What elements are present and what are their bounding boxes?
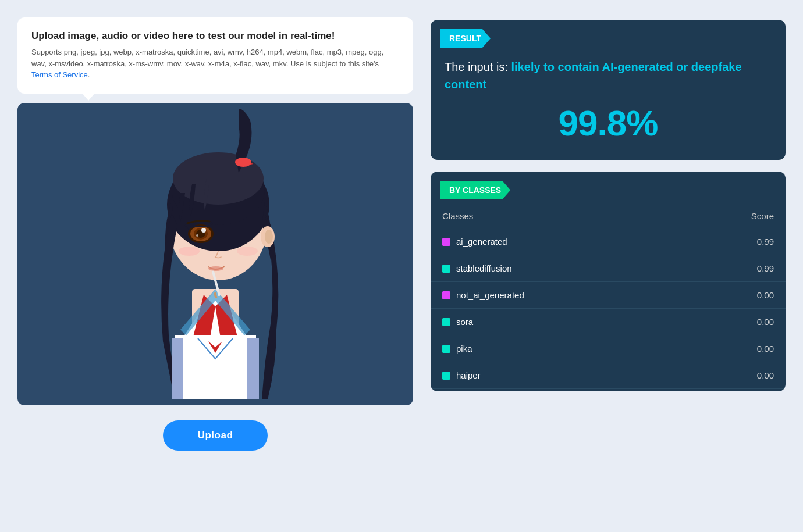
class-name-label: haiper	[456, 370, 481, 380]
classes-table-wrapper[interactable]: Classes Score ai_generated0.99stablediff…	[431, 205, 786, 389]
class-name-label: not_ai_generated	[456, 290, 524, 300]
table-row: ai_generated0.99	[431, 228, 786, 255]
class-color-dot	[442, 345, 450, 353]
classes-card: BY CLASSES Classes Score ai_generated0.9…	[431, 172, 786, 391]
svg-point-22	[237, 247, 258, 256]
left-panel: Upload image, audio or video here to tes…	[17, 17, 413, 456]
upload-info-box: Upload image, audio or video here to tes…	[17, 17, 413, 94]
class-score-value: 0.99	[677, 255, 786, 282]
class-color-dot	[442, 318, 450, 326]
result-text: The input is: likely to contain AI-gener…	[445, 58, 772, 93]
classes-column-header: Classes	[431, 205, 677, 228]
svg-point-17	[196, 234, 198, 237]
class-name-cell: pika	[431, 335, 677, 362]
result-percentage: 99.8%	[445, 102, 772, 144]
tos-link[interactable]: Terms of Service	[31, 70, 88, 79]
result-tag: RESULT	[440, 29, 491, 48]
result-card: RESULT The input is: likely to contain A…	[431, 20, 786, 160]
svg-rect-26	[172, 338, 183, 399]
class-color-dot	[442, 265, 450, 273]
svg-point-16	[201, 228, 206, 233]
svg-point-21	[179, 247, 200, 256]
class-color-dot	[442, 372, 450, 380]
upload-description: Supports png, jpeg, jpg, webp, x-matrosk…	[31, 47, 399, 81]
upload-title: Upload image, audio or video here to tes…	[31, 30, 399, 42]
class-color-dot	[442, 238, 450, 246]
class-score-value: 0.00	[677, 309, 786, 335]
classes-table: Classes Score ai_generated0.99stablediff…	[431, 205, 786, 389]
class-name-label: pika	[456, 344, 472, 354]
class-name-label: ai_generated	[456, 237, 507, 247]
table-row: pika0.00	[431, 335, 786, 362]
class-name-cell: haiper	[431, 362, 677, 389]
class-name-label: sora	[456, 317, 473, 327]
uploaded-image	[122, 109, 308, 399]
result-body: The input is: likely to contain AI-gener…	[431, 48, 786, 160]
class-name-cell: sora	[431, 309, 677, 335]
table-row: stablediffusion0.99	[431, 255, 786, 282]
svg-point-20	[208, 266, 223, 271]
class-name-label: stablediffusion	[456, 263, 512, 273]
class-score-value: 0.00	[677, 362, 786, 389]
result-text-before: The input is:	[445, 60, 511, 73]
table-row: sora0.00	[431, 309, 786, 335]
right-panel: RESULT The input is: likely to contain A…	[431, 17, 786, 391]
upload-button-container: Upload	[17, 415, 413, 456]
upload-button[interactable]: Upload	[163, 420, 268, 451]
class-score-value: 0.99	[677, 228, 786, 255]
class-color-dot	[442, 291, 450, 299]
table-row: not_ai_generated0.00	[431, 282, 786, 309]
svg-point-11	[235, 158, 251, 167]
image-display-area	[17, 103, 413, 405]
table-row: haiper0.00	[431, 362, 786, 389]
svg-point-19	[265, 230, 273, 244]
class-name-cell: ai_generated	[431, 228, 677, 255]
class-score-value: 0.00	[677, 282, 786, 309]
class-score-value: 0.00	[677, 335, 786, 362]
class-name-cell: stablediffusion	[431, 255, 677, 282]
svg-rect-27	[247, 338, 259, 399]
score-column-header: Score	[677, 205, 786, 228]
upload-desc-text: Supports png, jpeg, jpg, webp, x-matrosk…	[31, 48, 383, 68]
class-name-cell: not_ai_generated	[431, 282, 677, 309]
by-classes-tag: BY CLASSES	[440, 181, 510, 199]
